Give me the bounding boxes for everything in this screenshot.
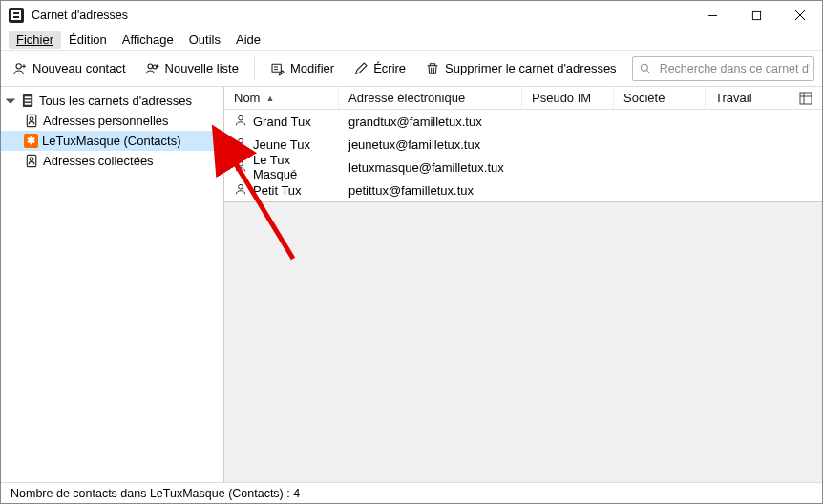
tree-root[interactable]: Tous les carnets d'adresses [1, 91, 223, 111]
remote-book-icon: ✱ [24, 134, 38, 148]
details-pane [224, 202, 822, 482]
svg-point-32 [239, 116, 243, 120]
person-icon [234, 159, 247, 176]
content-pane: Nom ▲ Adresse électronique Pseudo IM Soc… [224, 87, 822, 482]
sidebar-item-personal[interactable]: Adresses personnelles [1, 111, 223, 131]
write-button[interactable]: Écrire [349, 58, 410, 79]
sidebar-item-label: Adresses collectées [43, 154, 154, 168]
menu-edition[interactable]: Édition [61, 31, 115, 49]
cell-nom: Jeune Tux [253, 137, 310, 152]
table-row[interactable]: Grand Tux grandtux@familletux.tux [224, 110, 822, 133]
sidebar-item-label: Adresses personnelles [43, 114, 169, 128]
sidebar: Tous les carnets d'adresses Adresses per… [1, 87, 224, 482]
tree-root-label: Tous les carnets d'adresses [39, 94, 192, 108]
maximize-button[interactable] [734, 1, 778, 30]
svg-rect-4 [752, 11, 760, 19]
new-contact-button[interactable]: Nouveau contact [9, 58, 130, 79]
status-text: Nombre de contacts dans LeTuxMasque (Con… [11, 487, 300, 500]
person-plus-icon [12, 61, 28, 76]
menu-aide[interactable]: Aide [228, 31, 268, 49]
column-travail[interactable]: Travail [706, 87, 822, 109]
book-icon [24, 114, 39, 129]
svg-point-19 [641, 64, 647, 71]
column-societe[interactable]: Société [614, 87, 706, 109]
cell-email: grandtux@familletux.tux [348, 115, 482, 129]
people-plus-icon [145, 61, 160, 76]
edit-button[interactable]: Modifier [266, 58, 338, 79]
person-icon [234, 136, 247, 153]
search-box[interactable] [632, 56, 814, 81]
svg-point-28 [30, 158, 33, 161]
svg-rect-2 [13, 16, 19, 18]
table-row[interactable]: Petit Tux petittux@familletux.tux [224, 178, 822, 201]
svg-line-20 [646, 70, 650, 74]
column-im[interactable]: Pseudo IM [522, 87, 614, 109]
new-list-button[interactable]: Nouvelle liste [141, 58, 243, 79]
svg-point-33 [239, 138, 243, 143]
trash-icon [425, 61, 440, 76]
sort-asc-icon: ▲ [265, 94, 274, 103]
cell-nom: Petit Tux [253, 183, 302, 198]
table-header: Nom ▲ Adresse électronique Pseudo IM Soc… [224, 87, 822, 110]
contacts-table: Nom ▲ Adresse électronique Pseudo IM Soc… [224, 87, 822, 202]
svg-rect-0 [11, 10, 21, 20]
cell-email: letuxmasque@familletux.tux [348, 160, 504, 175]
svg-rect-23 [24, 100, 31, 102]
pencil-icon [353, 61, 369, 76]
svg-point-7 [16, 63, 21, 68]
toolbar: Nouveau contact Nouvelle liste Modifier … [1, 51, 822, 87]
app-icon [9, 8, 24, 23]
sidebar-item-collected[interactable]: Adresses collectées [1, 151, 223, 171]
address-book-icon [20, 94, 35, 109]
column-email[interactable]: Adresse électronique [339, 87, 522, 109]
svg-rect-1 [13, 12, 19, 14]
svg-point-26 [30, 117, 33, 121]
column-nom[interactable]: Nom ▲ [224, 87, 339, 109]
cell-email: jeunetux@familletux.tux [348, 137, 480, 152]
cell-nom: Grand Tux [253, 115, 311, 129]
svg-point-35 [239, 184, 243, 189]
cell-email: petittux@familletux.tux [348, 183, 474, 198]
svg-rect-29 [800, 93, 812, 104]
menu-affichage[interactable]: Affichage [115, 31, 181, 49]
menu-outils[interactable]: Outils [181, 31, 228, 49]
table-row[interactable]: Le Tux Masqué letuxmasque@familletux.tux [224, 156, 822, 178]
sidebar-item-letuxmasque[interactable]: ✱ LeTuxMasque (Contacts) [1, 131, 223, 151]
chevron-down-icon [5, 96, 16, 106]
book-icon [24, 154, 39, 169]
cell-nom: Le Tux Masqué [253, 153, 329, 181]
svg-rect-14 [272, 64, 281, 72]
menu-fichier[interactable]: Fichier [9, 31, 61, 49]
svg-point-11 [153, 65, 157, 69]
person-icon [234, 114, 247, 130]
person-icon [234, 182, 247, 199]
toolbar-separator [254, 57, 255, 80]
svg-point-10 [148, 64, 153, 69]
main-area: Tous les carnets d'adresses Adresses per… [1, 87, 822, 482]
card-edit-icon [270, 61, 285, 76]
search-icon [639, 62, 652, 75]
minimize-button[interactable] [690, 1, 734, 30]
titlebar: Carnet d'adresses [1, 1, 822, 30]
menubar: Fichier Édition Affichage Outils Aide [1, 30, 822, 51]
status-bar: Nombre de contacts dans LeTuxMasque (Con… [1, 482, 822, 503]
svg-rect-22 [24, 96, 31, 98]
search-input[interactable] [658, 61, 812, 76]
svg-rect-24 [24, 103, 31, 105]
delete-button[interactable]: Supprimer le carnet d'adresses [421, 58, 621, 79]
close-button[interactable] [778, 1, 822, 30]
column-picker-icon[interactable] [799, 92, 812, 105]
svg-point-34 [239, 161, 243, 166]
window-title: Carnet d'adresses [32, 9, 128, 22]
sidebar-item-label: LeTuxMasque (Contacts) [42, 134, 180, 148]
